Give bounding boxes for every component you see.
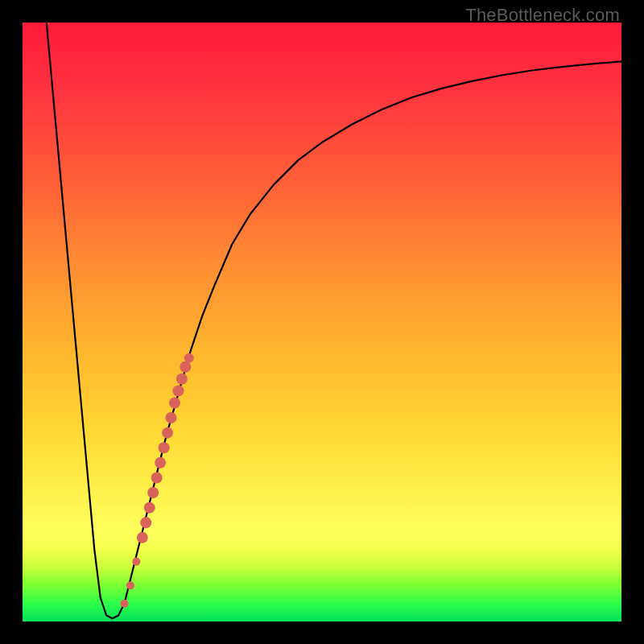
marker-dot — [169, 397, 180, 408]
plot-area — [23, 23, 621, 621]
marker-dot — [184, 353, 194, 363]
marker-dot — [155, 457, 166, 469]
marker-dot — [166, 412, 177, 423]
marker-dot — [120, 600, 128, 608]
marker-dot — [147, 487, 159, 498]
marker-dot — [126, 581, 134, 589]
chart-frame: TheBottleneck.com — [0, 0, 644, 644]
marker-dot — [162, 427, 173, 439]
marker-dot — [172, 386, 184, 397]
curve-layer — [23, 23, 621, 621]
marker-dot — [151, 472, 163, 483]
highlight-markers — [120, 353, 193, 608]
marker-dot — [137, 532, 148, 543]
marker-dot — [180, 361, 191, 373]
marker-dot — [144, 502, 155, 514]
marker-dot — [159, 442, 170, 453]
marker-dot — [176, 374, 188, 385]
bottleneck-curve — [47, 23, 621, 618]
marker-dot — [140, 517, 151, 528]
marker-dot — [132, 558, 140, 566]
